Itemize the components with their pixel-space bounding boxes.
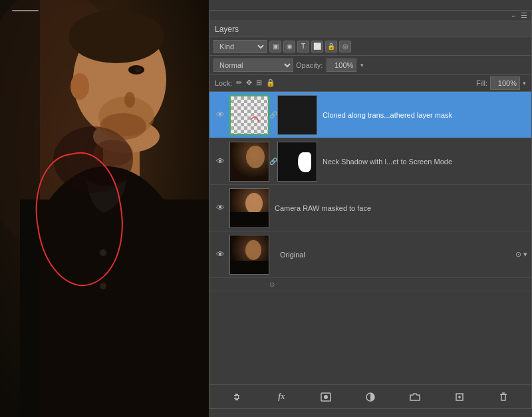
svg-point-15	[100, 249, 106, 256]
svg-rect-24	[230, 212, 269, 228]
layer-item[interactable]: 👁 Original ⊙	[209, 231, 531, 278]
layer-thumbnail	[229, 95, 269, 135]
collapse-icon[interactable]: ↔	[511, 13, 517, 19]
layer-thumbnail	[229, 142, 269, 182]
layer-mask-thumbnail	[277, 142, 317, 182]
smart-object-icon[interactable]: ⊙	[515, 250, 521, 259]
layer-visibility-toggle[interactable]: 👁	[213, 108, 227, 122]
blend-opacity-row: Normal Opacity: ▾	[209, 56, 531, 74]
layer-visibility-toggle[interactable]: 👁	[213, 202, 227, 215]
svg-point-23	[245, 193, 263, 214]
opacity-label: Opacity:	[296, 61, 323, 69]
layers-panel: ↔ ☰ Layers Kind ▣ ◉ T ⬜ 🔒 ◎ Normal Opaci…	[209, 10, 532, 409]
opacity-input[interactable]	[327, 59, 356, 72]
layer-name: Camera RAW masked to face	[269, 204, 527, 212]
layer-name: Neck Shadow with l...et to Screen Mode	[317, 158, 527, 166]
layer-item[interactable]: 👁 🔗 Cloned along trans...athered layer m…	[209, 92, 531, 138]
delete-layer-button[interactable]	[495, 389, 511, 405]
layer-thumbnail	[229, 235, 269, 275]
filter-pixel-icon[interactable]: ▣	[269, 41, 281, 53]
lock-label: Lock:	[215, 79, 232, 87]
svg-point-16	[100, 283, 106, 289]
fill-section: Fill: ▾	[476, 76, 526, 90]
layer-thumbnail	[229, 188, 269, 228]
svg-rect-8	[20, 200, 209, 417]
blend-mode-select[interactable]: Normal	[213, 59, 293, 72]
fill-dropdown-icon[interactable]: ▾	[523, 80, 526, 86]
filter-icons: ▣ ◉ T ⬜ 🔒 ◎	[269, 41, 351, 53]
layer-options-arrow[interactable]: ▾	[523, 250, 527, 259]
mask-shape	[298, 152, 311, 172]
photo-thumb	[230, 142, 269, 181]
svg-point-6	[68, 10, 164, 63]
kind-select[interactable]: Kind	[213, 40, 267, 53]
layer-link-icon: 🔗	[269, 142, 277, 182]
checkerboard-pattern	[231, 96, 268, 134]
filter-adjustment-icon[interactable]: ◉	[283, 41, 295, 53]
lock-all-icon[interactable]: 🔒	[266, 78, 275, 87]
link-layers-button[interactable]	[229, 389, 245, 405]
layer-visibility-toggle[interactable]: 👁	[213, 155, 227, 168]
smart-badge-icon: ⊙	[269, 281, 275, 288]
panel-bottom-toolbar: fx	[209, 384, 531, 408]
layer-mask-thumbnail	[277, 95, 317, 135]
panel-title: Layers	[215, 25, 239, 34]
svg-point-26	[245, 240, 261, 260]
svg-point-19	[100, 113, 146, 140]
new-adjustment-button[interactable]	[362, 389, 378, 405]
kind-filter-row: Kind ▣ ◉ T ⬜ 🔒 ◎	[209, 37, 531, 56]
svg-point-21	[246, 146, 265, 168]
layer-item[interactable]: 👁 Camera RAW masked to face	[209, 185, 531, 231]
mask-with-shape	[278, 142, 317, 181]
layer-smart-controls: ⊙ ▾	[515, 250, 527, 259]
lock-position-icon[interactable]: ✥	[246, 78, 252, 87]
panel-menu-icon[interactable]: ☰	[521, 11, 527, 20]
opacity-dropdown-icon[interactable]: ▾	[360, 62, 364, 69]
photo-background	[0, 0, 209, 417]
lock-artboard-icon[interactable]: ⊞	[256, 78, 262, 87]
fx-icon: fx	[278, 392, 285, 402]
filter-type-icon[interactable]: T	[297, 41, 309, 53]
fill-input[interactable]	[490, 76, 520, 90]
lock-fill-row: Lock: ✏ ✥ ⊞ 🔒 Fill: ▾	[209, 74, 531, 92]
add-style-button[interactable]: fx	[273, 389, 289, 405]
fill-label: Fill:	[476, 79, 487, 87]
mask-dark	[278, 96, 317, 134]
svg-rect-34	[501, 394, 505, 400]
panel-header: Layers	[209, 21, 531, 37]
opacity-controls: Opacity: ▾	[296, 59, 364, 72]
svg-point-29	[324, 395, 328, 399]
svg-rect-17	[0, 0, 40, 417]
svg-rect-27	[230, 261, 269, 275]
add-mask-button[interactable]	[318, 389, 334, 405]
layers-list: 👁 🔗 Cloned along trans...athered layer m…	[209, 92, 531, 384]
layer-link-icon: 🔗	[269, 95, 277, 135]
layer-visibility-toggle[interactable]: 👁	[213, 248, 227, 261]
scratch-indicator	[12, 10, 39, 11]
svg-point-11	[135, 67, 142, 72]
layer-name: Original	[275, 251, 515, 259]
filter-shape-icon[interactable]: ⬜	[311, 41, 323, 53]
filter-color-icon[interactable]: ◎	[339, 41, 351, 53]
svg-point-13	[70, 73, 89, 100]
new-layer-button[interactable]	[452, 389, 467, 405]
svg-point-12	[124, 92, 135, 108]
layer-item[interactable]: 👁 🔗	[209, 138, 531, 185]
filter-smart-icon[interactable]: 🔒	[325, 41, 337, 53]
layer-name: Cloned along trans...athered layer mask	[317, 111, 527, 119]
new-group-button[interactable]	[407, 389, 423, 405]
lock-pixel-icon[interactable]: ✏	[236, 78, 242, 87]
